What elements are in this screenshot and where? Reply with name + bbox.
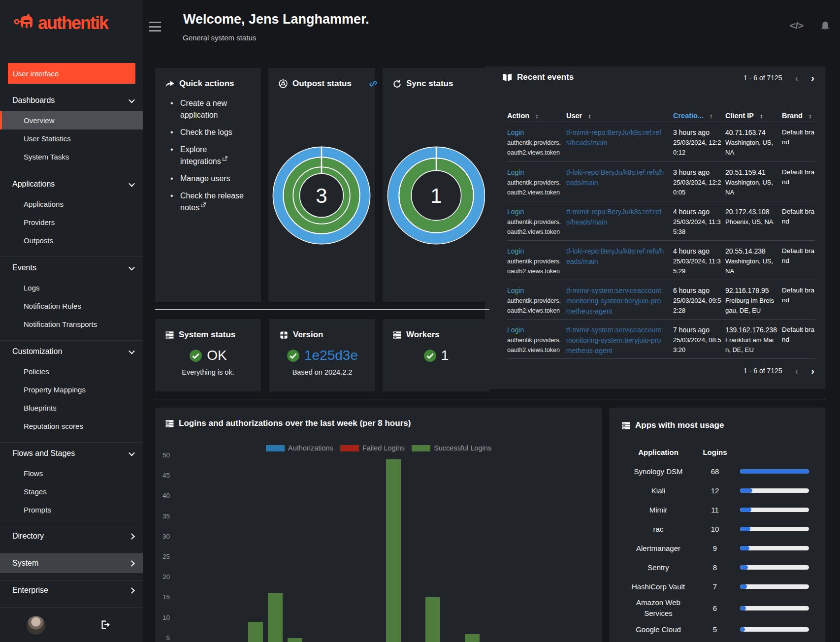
quick-action-explore-integrations[interactable]: Explore integrations xyxy=(165,144,249,167)
sidebar-section-system[interactable]: System xyxy=(0,553,143,573)
events-col-creatio-[interactable]: Creatio...↑ xyxy=(673,112,725,120)
apps-usage-row: rac10 xyxy=(619,519,816,539)
menu-toggle-icon[interactable] xyxy=(149,22,161,32)
sync-count: 1 xyxy=(430,184,442,207)
sidebar-section-customization[interactable]: Customization xyxy=(0,341,143,362)
authentik-logo[interactable]: authentik xyxy=(14,13,108,33)
quick-action-check-the-logs[interactable]: Check the logs xyxy=(165,127,249,138)
apps-table-header: Application Logins xyxy=(619,442,816,462)
sidebar-section-dashboards[interactable]: Dashboards xyxy=(0,90,143,111)
page-title: Welcome, Jens Langhammer. xyxy=(183,12,369,27)
event-client-ip: 40.71.163.74Washington, US, NA xyxy=(725,128,782,161)
sort-icon[interactable]: ↕ xyxy=(760,112,763,120)
sidebar-item-flows[interactable]: Flows xyxy=(0,464,143,482)
sidebar-item-logs[interactable]: Logs xyxy=(0,279,143,297)
version-link[interactable]: 1e25d3e xyxy=(304,348,358,363)
event-date: 25/03/2024, 11:35:38 xyxy=(673,217,725,237)
quick-action-check-the-release-notes[interactable]: Check the release notes xyxy=(165,190,249,214)
avatar[interactable] xyxy=(27,616,45,635)
event-brand: Default brand xyxy=(782,167,815,201)
app-name: Kiali xyxy=(619,484,698,497)
events-col-user[interactable]: User↕ xyxy=(566,112,673,120)
sidebar-item-notification-rules[interactable]: Notification Rules xyxy=(0,297,143,315)
event-brand: Default brand xyxy=(782,286,815,319)
event-ip: 92.116.178.95 xyxy=(725,286,782,296)
sidebar-item-blueprints[interactable]: Blueprints xyxy=(0,399,143,417)
pagination-prev-icon[interactable]: ‹ xyxy=(795,73,799,83)
outpost-link-icon[interactable] xyxy=(369,79,378,88)
progress-fill xyxy=(740,508,751,512)
sort-asc-icon[interactable]: ↑ xyxy=(710,112,713,120)
chevron-right-icon xyxy=(129,533,135,540)
app-usage-bar xyxy=(732,627,816,632)
sidebar-item-reputation-scores[interactable]: Reputation scores xyxy=(0,417,143,435)
events-table-body: Loginauthentik.providers.oauth2.views.to… xyxy=(507,122,815,359)
user-interface-button[interactable]: User interface xyxy=(8,63,135,84)
sidebar-section-enterprise[interactable]: Enterprise xyxy=(0,580,143,600)
sidebar-item-prompts[interactable]: Prompts xyxy=(0,501,143,519)
divider xyxy=(155,309,489,310)
event-user: tf-mimir-repo:BeryJu/k8s:ref:refs/heads/… xyxy=(566,128,673,161)
event-age: 3 hours ago xyxy=(673,167,725,178)
sidebar-section-events[interactable]: Events xyxy=(0,257,143,279)
chevron-down-icon xyxy=(129,180,135,187)
event-user-link[interactable]: tf-mimir-system:serviceaccount:monitorin… xyxy=(566,325,673,356)
sort-icon[interactable]: ↕ xyxy=(808,112,812,120)
event-user-link[interactable]: tf-loki-repo:BeryJu/k8s:ref:refs/heads/m… xyxy=(566,246,673,267)
notifications-bell-icon[interactable] xyxy=(819,20,832,33)
event-action-link[interactable]: Login xyxy=(507,128,566,138)
api-code-icon[interactable]: </> xyxy=(790,20,803,32)
version-title: Version xyxy=(279,330,323,340)
progress-track xyxy=(740,584,809,589)
event-creation: 3 hours ago25/03/2024, 12:20:05 xyxy=(673,167,725,201)
sync-status-card: Sync status 1 xyxy=(383,68,489,302)
sidebar-section-flows-and-stages[interactable]: Flows and Stages xyxy=(0,443,143,464)
apps-col-application: Application xyxy=(619,448,698,456)
pagination-prev-icon[interactable]: ‹ xyxy=(795,366,799,376)
sort-icon[interactable]: ↕ xyxy=(588,112,591,120)
quick-action-manage-users[interactable]: Manage users xyxy=(165,173,249,185)
pagination-label: 1 - 6 of 7125 xyxy=(743,367,782,375)
apps-usage-row: Amazon Web Services6 xyxy=(619,596,816,620)
sidebar-item-outposts[interactable]: Outposts xyxy=(0,231,143,250)
sidebar: authentik User interface DashboardsOverv… xyxy=(0,0,143,642)
sidebar-item-stages[interactable]: Stages xyxy=(0,482,143,501)
app-logins: 12 xyxy=(698,486,732,495)
event-action-link[interactable]: Login xyxy=(507,207,566,217)
pagination-next-icon[interactable]: › xyxy=(811,366,814,376)
sidebar-item-overview[interactable]: Overview xyxy=(0,111,143,129)
sign-out-icon[interactable] xyxy=(100,619,111,630)
event-action-link[interactable]: Login xyxy=(507,167,566,178)
events-pagination-top: 1 - 6 of 7125 ‹ › xyxy=(743,73,814,83)
sidebar-nav: DashboardsOverviewUser StatisticsSystem … xyxy=(0,84,143,608)
event-action: Loginauthentik.providers.oauth2.views.to… xyxy=(507,167,566,201)
quick-action-create-a-new-application[interactable]: Create a new application xyxy=(165,97,249,121)
event-brand: Default brand xyxy=(782,207,815,240)
sidebar-item-policies[interactable]: Policies xyxy=(0,362,143,381)
event-action-link[interactable]: Login xyxy=(507,325,566,335)
sort-icon[interactable]: ↕ xyxy=(535,112,539,120)
event-action: Loginauthentik.providers.oauth2.views.to… xyxy=(507,207,566,240)
sidebar-item-user-statistics[interactable]: User Statistics xyxy=(0,129,143,148)
events-col-client-ip[interactable]: Client IP↕ xyxy=(725,112,782,120)
event-user-link[interactable]: tf-mimir-repo:BeryJu/k8s:ref:refs/heads/… xyxy=(566,207,673,227)
sidebar-item-property-mappings[interactable]: Property Mappings xyxy=(0,381,143,399)
sidebar-item-notification-transports[interactable]: Notification Transports xyxy=(0,315,143,333)
event-user-link[interactable]: tf-mimir-system:serviceaccount:monitorin… xyxy=(566,286,673,317)
event-date: 25/03/2024, 12:20:12 xyxy=(673,138,725,158)
sidebar-item-system-tasks[interactable]: System Tasks xyxy=(0,148,143,166)
event-user-link[interactable]: tf-mimir-repo:BeryJu/k8s:ref:refs/heads/… xyxy=(566,128,673,148)
event-user-link[interactable]: tf-loki-repo:BeryJu/k8s:ref:refs/heads/m… xyxy=(566,167,673,188)
sidebar-item-providers[interactable]: Providers xyxy=(0,213,143,231)
sidebar-section-applications[interactable]: Applications xyxy=(0,173,143,195)
events-col-brand[interactable]: Brand↕ xyxy=(782,112,815,120)
events-col-action[interactable]: Action↕ xyxy=(507,112,566,120)
sidebar-item-applications[interactable]: Applications xyxy=(0,195,143,213)
sidebar-section-directory[interactable]: Directory xyxy=(0,526,143,546)
event-creation: 7 hours ago25/03/2024, 08:53:20 xyxy=(673,325,725,358)
chevron-right-icon xyxy=(129,560,135,567)
event-action-detail: authentik.providers.oauth2.views.token xyxy=(507,178,566,197)
event-action-link[interactable]: Login xyxy=(507,246,566,257)
event-action-link[interactable]: Login xyxy=(507,286,566,296)
pagination-next-icon[interactable]: › xyxy=(811,73,814,83)
